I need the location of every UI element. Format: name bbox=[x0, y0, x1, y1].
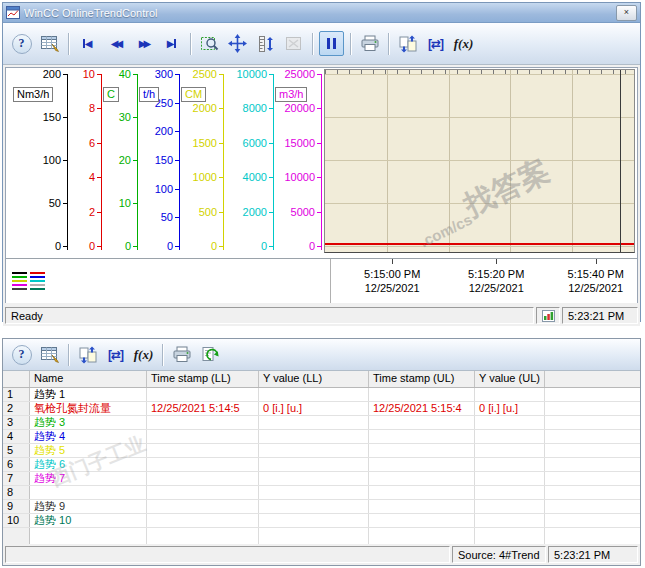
export-refresh-icon bbox=[200, 346, 220, 364]
table-row[interactable]: 3趋势 3 bbox=[3, 416, 640, 430]
axis-tick-label: 0 bbox=[89, 240, 95, 252]
cell-y-value-ll bbox=[259, 500, 369, 513]
value-axis-4: 300250200150100500t/h bbox=[138, 74, 180, 246]
cell-time-stamp-ll bbox=[147, 500, 259, 513]
header-time-stamp-ll[interactable]: Time stamp (LL) bbox=[147, 371, 259, 387]
cell-time-stamp-ll bbox=[147, 430, 259, 443]
table-row[interactable]: 8趋势 8 bbox=[3, 486, 640, 500]
table-row[interactable]: 1趋势 1 bbox=[3, 388, 640, 402]
first-record-button[interactable]: ◀ bbox=[75, 31, 100, 56]
close-button[interactable]: × bbox=[616, 5, 637, 21]
move-arrows-icon bbox=[228, 34, 247, 53]
trend-status-bar: Ready 5:23:21 PM bbox=[3, 305, 640, 326]
print-button[interactable] bbox=[357, 31, 382, 56]
export-data-button[interactable] bbox=[395, 31, 420, 56]
title-bar[interactable]: WinCC OnlineTrendControl × bbox=[3, 3, 640, 23]
configuration-button[interactable] bbox=[37, 342, 62, 367]
axis-tick-label: 150 bbox=[155, 154, 173, 166]
move-trend-area-button[interactable] bbox=[225, 31, 250, 56]
ruler-status-bar: Source: 4#Trend 5:23:21 PM bbox=[3, 544, 640, 565]
next-record-button[interactable]: ▶▶ bbox=[131, 31, 156, 56]
header-y-value-ll[interactable]: Y value (LL) bbox=[259, 371, 369, 387]
table-row[interactable]: 10趋势 10 bbox=[3, 514, 640, 528]
axis-tick-label: 10 bbox=[119, 197, 131, 209]
chart-footer-row: 5:15:00 PM12/25/20215:15:20 PM12/25/2021… bbox=[6, 258, 637, 303]
table-row[interactable]: 2氧枪孔氮封流量12/25/2021 5:14:50 [i.] [u.]12/2… bbox=[3, 402, 640, 416]
help-button[interactable]: ? bbox=[9, 31, 34, 56]
cell-y-value-ll bbox=[259, 472, 369, 485]
cell-time-stamp-ul bbox=[369, 388, 475, 401]
cell-time-stamp-ll bbox=[147, 514, 259, 527]
header-name[interactable]: Name bbox=[30, 371, 147, 387]
table-row[interactable]: 7趋势 7 bbox=[3, 472, 640, 486]
axis-tick-mark bbox=[317, 108, 322, 109]
export-data-button[interactable] bbox=[75, 342, 100, 367]
print-button[interactable] bbox=[169, 342, 194, 367]
axis-tick-label: 2000 bbox=[193, 102, 217, 114]
table-row[interactable]: 4趋势 4 bbox=[3, 430, 640, 444]
configuration-button[interactable] bbox=[37, 31, 62, 56]
statistics-button[interactable]: f(x) bbox=[131, 342, 156, 367]
axis-tick-label: 10000 bbox=[236, 68, 267, 80]
export-report-button[interactable] bbox=[197, 342, 222, 367]
header-time-stamp-ul[interactable]: Time stamp (UL) bbox=[369, 371, 475, 387]
cell-filler bbox=[475, 528, 545, 544]
axis-tick-label: 25000 bbox=[284, 68, 315, 80]
help-icon: ? bbox=[12, 345, 32, 365]
cell-trend-name: 趋势 4 bbox=[30, 430, 147, 443]
axis-unit-label: Nm3/h bbox=[13, 87, 53, 102]
table-row[interactable]: 5趋势 5 bbox=[3, 444, 640, 458]
cell-y-value-ul bbox=[475, 430, 545, 443]
move-axes-area-button[interactable] bbox=[253, 31, 278, 56]
cell-y-value-ll: 0 [i.] [u.] bbox=[259, 402, 369, 415]
cell-filler bbox=[369, 528, 475, 544]
select-time-range-button[interactable]: [⇄] bbox=[103, 342, 128, 367]
cell-filler bbox=[545, 458, 640, 471]
original-view-button[interactable] bbox=[281, 31, 306, 56]
header-y-value-ul[interactable]: Y value (UL) bbox=[475, 371, 545, 387]
axis-tick-label: 15000 bbox=[284, 137, 315, 149]
previous-record-button[interactable]: ◀◀ bbox=[103, 31, 128, 56]
cell-filler bbox=[545, 430, 640, 443]
axis-tick-mark bbox=[269, 246, 274, 247]
axis-tick-label: 20 bbox=[119, 154, 131, 166]
statistics-button[interactable]: f(x) bbox=[451, 31, 476, 56]
value-axis-1: 200150100500Nm3/h bbox=[12, 74, 68, 246]
cell-time-stamp-ul bbox=[369, 486, 475, 499]
axis-tick-label: 8 bbox=[89, 102, 95, 114]
gridline bbox=[325, 160, 634, 161]
plot-area[interactable] bbox=[324, 69, 635, 253]
cell-filler bbox=[545, 472, 640, 485]
last-record-icon bbox=[174, 39, 176, 48]
last-record-button[interactable]: ▶ bbox=[159, 31, 184, 56]
time-axis-tick bbox=[496, 259, 497, 264]
cell-time-stamp-ul bbox=[369, 416, 475, 429]
cell-filler bbox=[545, 388, 640, 401]
trend-toolbar: ? ◀ ◀◀ ▶▶ ▶ bbox=[3, 23, 640, 65]
cell-time-stamp-ll bbox=[147, 388, 259, 401]
value-axis-3: 403020100C bbox=[102, 74, 138, 246]
legend-color-line bbox=[12, 288, 27, 290]
cell-y-value-ll bbox=[259, 430, 369, 443]
help-button[interactable]: ? bbox=[9, 342, 34, 367]
axis-tick-label: 300 bbox=[155, 68, 173, 80]
axis-unit-label: CM bbox=[181, 87, 206, 102]
cell-y-value-ll bbox=[259, 444, 369, 457]
zoom-area-icon bbox=[200, 35, 220, 53]
toolbar-separator bbox=[162, 344, 163, 366]
cell-time-stamp-ll bbox=[147, 444, 259, 457]
ruler-control-window: ? [⇄] f(x) bbox=[2, 338, 641, 566]
toolbar-separator bbox=[68, 33, 69, 55]
table-row[interactable]: 6趋势 6 bbox=[3, 458, 640, 472]
printer-icon bbox=[360, 35, 380, 52]
table-row[interactable]: 9趋势 9 bbox=[3, 500, 640, 514]
select-time-range-button[interactable]: [⇄] bbox=[423, 31, 448, 56]
gridline bbox=[325, 203, 634, 204]
export-data-icon bbox=[78, 346, 98, 364]
cell-time-stamp-ul bbox=[369, 500, 475, 513]
cell-y-value-ll bbox=[259, 514, 369, 527]
zoom-area-button[interactable] bbox=[197, 31, 222, 56]
axis-tick-label: 6000 bbox=[243, 137, 267, 149]
stop-update-button[interactable] bbox=[319, 31, 344, 56]
ruler-line[interactable] bbox=[620, 70, 621, 252]
